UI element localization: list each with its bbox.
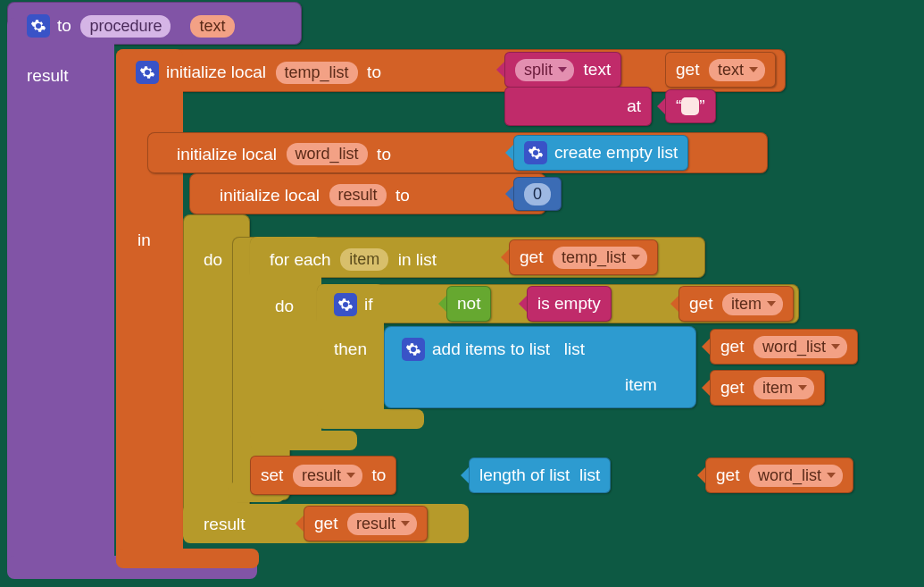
do-label-inner: do bbox=[264, 291, 304, 322]
var-dropdown-item-2[interactable]: item bbox=[753, 377, 814, 399]
in-label: in bbox=[127, 225, 162, 256]
gear-icon[interactable] bbox=[524, 141, 547, 164]
var-dropdown-result-2[interactable]: result bbox=[347, 513, 417, 535]
var-name-temp-list[interactable]: temp_list bbox=[276, 62, 358, 84]
var-dropdown-temp-list[interactable]: temp_list bbox=[553, 247, 647, 269]
get-word-list-block-1[interactable]: get word_list bbox=[710, 329, 858, 365]
result-output-label: result bbox=[193, 509, 255, 540]
string-literal-block[interactable]: “ ” bbox=[665, 89, 716, 123]
if-block[interactable]: if bbox=[323, 288, 384, 322]
init-temp-list[interactable]: initialize local temp_list to bbox=[125, 55, 392, 89]
length-of-list-block[interactable]: length of list list bbox=[469, 457, 611, 493]
add-items-item-label: item bbox=[625, 375, 657, 395]
then-label: then bbox=[323, 334, 378, 365]
var-name-word-list[interactable]: word_list bbox=[287, 143, 368, 165]
create-empty-list-block[interactable]: create empty list bbox=[513, 135, 688, 171]
get-result-block[interactable]: get result bbox=[304, 506, 428, 541]
to-label: to bbox=[57, 16, 71, 36]
var-dropdown-word-list[interactable]: word_list bbox=[753, 336, 847, 358]
procedure-header[interactable]: to procedure text bbox=[16, 9, 246, 43]
init-word-list[interactable]: initialize local word_list to bbox=[166, 138, 402, 171]
number-field[interactable]: 0 bbox=[524, 183, 551, 205]
split-block[interactable]: split text bbox=[504, 52, 621, 88]
proc-result-label: result bbox=[16, 61, 79, 91]
get-text-block[interactable]: get text bbox=[665, 52, 776, 88]
get-item-block-1[interactable]: get item bbox=[678, 286, 794, 322]
get-word-list-block-2[interactable]: get word_list bbox=[705, 457, 853, 493]
get-item-block-2[interactable]: get item bbox=[710, 370, 825, 406]
split-at-row: at bbox=[504, 87, 652, 126]
number-literal-block[interactable]: 0 bbox=[513, 177, 562, 211]
gear-icon[interactable] bbox=[136, 61, 159, 84]
var-dropdown-item[interactable]: item bbox=[722, 293, 783, 315]
var-dropdown-result[interactable]: result bbox=[293, 465, 362, 487]
gear-icon[interactable] bbox=[334, 293, 357, 316]
init-result[interactable]: initialize local result to bbox=[209, 179, 420, 212]
var-dropdown-text[interactable]: text bbox=[709, 59, 765, 81]
param-name-field[interactable]: text bbox=[190, 15, 234, 38]
var-name-result[interactable]: result bbox=[329, 184, 387, 206]
gear-icon[interactable] bbox=[27, 14, 50, 38]
string-literal-field[interactable] bbox=[681, 97, 699, 115]
add-items-block[interactable]: add items to list list bbox=[391, 332, 595, 366]
gear-icon[interactable] bbox=[402, 338, 425, 361]
set-result-block[interactable]: set result to bbox=[250, 456, 396, 495]
do-label-outer: do bbox=[193, 245, 233, 275]
loop-var-item[interactable]: item bbox=[340, 248, 388, 271]
split-mode-dropdown[interactable]: split bbox=[515, 59, 574, 81]
not-block[interactable]: not bbox=[446, 286, 491, 322]
foreach-block[interactable]: for each item in list bbox=[259, 243, 447, 276]
procedure-name-field[interactable]: procedure bbox=[80, 15, 171, 38]
var-dropdown-word-list-2[interactable]: word_list bbox=[749, 465, 843, 487]
is-empty-block[interactable]: is empty bbox=[527, 286, 612, 322]
get-temp-list-block[interactable]: get temp_list bbox=[509, 239, 658, 275]
